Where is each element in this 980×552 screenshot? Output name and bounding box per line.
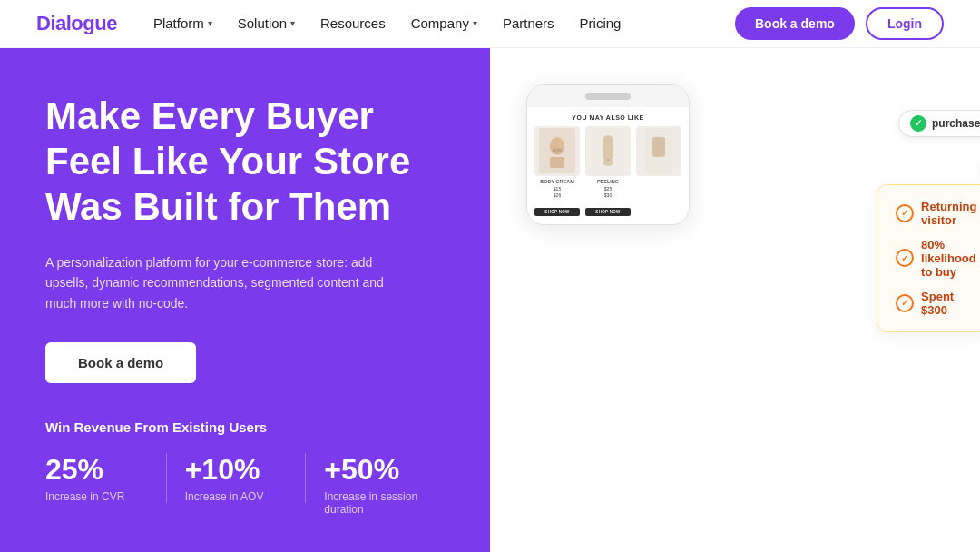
phone-products: style BODY CREAM $15 $26 SHOP NOW [534,126,681,217]
hero-section: Make Every Buyer Feel Like Your Store Wa… [0,48,490,552]
purchased-label: purchased [932,117,980,130]
chevron-down-icon: ▾ [290,18,295,28]
nav-actions: Book a demo Login [735,7,944,40]
phone-product-3 [636,126,681,217]
hero-text: Make Every Buyer Feel Like Your Store Wa… [45,94,445,383]
stat-number-session: +50% [324,453,426,487]
phone-product-price2-2: $30 [585,192,631,198]
stat-label-aov: Increase in AOV [185,490,288,503]
phone-product-2: PEELING $25 $30 SHOP NOW [585,126,631,217]
right-panel: YOU MAY ALSO LIKE style BODY CREAM [490,48,980,552]
phone-notch [585,93,631,100]
nav-platform[interactable]: Platform ▾ [153,15,212,31]
stats-section: Win Revenue From Existing Users 25% Incr… [45,383,445,516]
phone-product-img-2 [585,126,631,176]
info-check-icon-3: ✓ [896,294,914,312]
phone-product-name-2: PEELING [585,179,631,184]
stat-session: +50% Increase in session duration [324,453,445,516]
book-demo-button[interactable]: Book a demo [735,7,855,40]
navbar: Dialogue Platform ▾ Solution ▾ Resources… [0,0,980,48]
phone-product-img-3 [636,126,681,176]
info-card-item-2: ✓ 80% likelihood to buy [896,238,976,279]
logo[interactable]: Dialogue [36,12,117,35]
phone-product-price-2: $25 [585,186,631,192]
stats-title: Win Revenue From Existing Users [45,419,445,435]
phone-content: YOU MAY ALSO LIKE style BODY CREAM [527,107,689,224]
info-label-3: Spent $300 [921,290,976,317]
info-label-1: Returning visitor [921,200,976,227]
phone-shop-btn-2[interactable]: SHOP NOW [585,208,631,216]
phone-top-bar [527,85,689,107]
phone-product-price2-1: $26 [534,192,580,198]
nav-company[interactable]: Company ▾ [411,15,477,31]
phone-product-name-1: BODY CREAM [534,179,580,184]
svg-point-1 [550,137,564,155]
stat-number-aov: +10% [185,453,288,487]
phone-product-1: style BODY CREAM $15 $26 SHOP NOW [534,126,580,217]
phone-product-img-1: style [534,126,580,176]
info-card: ✓ Returning visitor ✓ 80% likelihood to … [877,184,980,332]
stat-cvr: 25% Increase in CVR [45,453,167,503]
phone-product-price-1: $15 [534,186,580,192]
nav-links: Platform ▾ Solution ▾ Resources Company … [153,15,735,31]
nav-partners[interactable]: Partners [503,15,554,31]
info-label-2: 80% likelihood to buy [921,238,976,279]
nav-solution[interactable]: Solution ▾ [238,15,295,31]
main-content: Make Every Buyer Feel Like Your Store Wa… [0,48,980,552]
phone-mockup: YOU MAY ALSO LIKE style BODY CREAM [526,84,690,225]
stat-number-cvr: 25% [45,453,148,487]
chevron-down-icon: ▾ [473,18,477,28]
nav-resources[interactable]: Resources [320,15,386,31]
phone-section-title: YOU MAY ALSO LIKE [534,114,681,121]
stats-row: 25% Increase in CVR +10% Increase in AOV… [45,453,445,516]
stat-aov: +10% Increase in AOV [185,453,307,503]
info-check-icon-1: ✓ [896,204,914,222]
login-button[interactable]: Login [866,7,944,40]
hero-title: Make Every Buyer Feel Like Your Store Wa… [45,94,445,231]
phone-shop-btn-1[interactable]: SHOP NOW [534,208,580,216]
stat-label-session: Increase in session duration [324,490,426,516]
svg-point-6 [603,159,613,166]
info-check-icon-2: ✓ [896,249,914,267]
stat-label-cvr: Increase in CVR [45,490,148,503]
nav-pricing[interactable]: Pricing [580,15,622,31]
hero-demo-button[interactable]: Book a demo [45,342,196,383]
info-card-item-1: ✓ Returning visitor [896,200,976,227]
check-purchased-icon: ✓ [910,115,926,132]
chevron-down-icon: ▾ [208,18,212,28]
svg-text:style: style [553,147,563,153]
svg-rect-8 [652,137,665,157]
info-card-item-3: ✓ Spent $300 [896,290,976,317]
hero-subtitle: A personalization platform for your e-co… [45,252,390,313]
svg-rect-2 [550,157,564,168]
tag-purchased: ✓ purchased [898,110,980,137]
svg-rect-5 [603,135,613,161]
